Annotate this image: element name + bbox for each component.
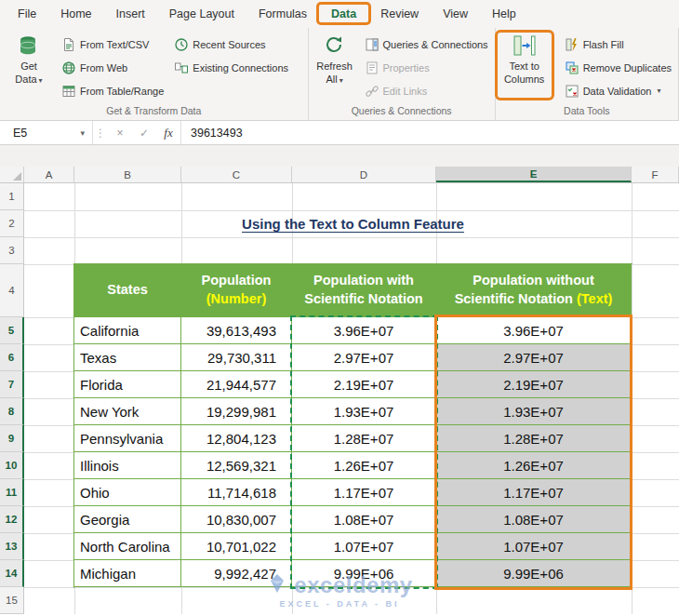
cell-B8[interactable]: New York: [74, 398, 181, 425]
cell-C7[interactable]: 21,944,577: [181, 371, 292, 398]
name-box-dropdown-icon[interactable]: ▾: [80, 128, 85, 138]
cell-E8[interactable]: 1.93E+07: [436, 398, 632, 425]
row-header-11[interactable]: 11: [0, 479, 24, 506]
cell-C13[interactable]: 10,701,022: [181, 533, 292, 560]
cell-E14[interactable]: 9.99E+06: [436, 560, 632, 587]
row-header-10[interactable]: 10: [0, 452, 24, 479]
header-line: Scientific Notation (Text): [455, 290, 613, 309]
cell-B14[interactable]: Michigan: [74, 560, 181, 587]
row-header-13[interactable]: 13: [0, 533, 24, 560]
row-header-7[interactable]: 7: [0, 371, 24, 398]
data-validation-button[interactable]: Data Validation ▾: [561, 79, 675, 102]
ribbon-tab-page-layout[interactable]: Page Layout: [157, 2, 246, 26]
flash-fill-icon: [565, 37, 579, 52]
table-header-population-scientific[interactable]: Population withScientific Notation: [292, 264, 436, 317]
insert-function-icon[interactable]: fx: [156, 121, 180, 144]
existing-connections-button[interactable]: Existing Connections: [170, 56, 292, 79]
row-header-6[interactable]: 6: [0, 344, 24, 371]
cell-C5[interactable]: 39,613,493: [181, 317, 292, 344]
remove-duplicates-button[interactable]: Remove Duplicates: [561, 56, 675, 79]
cell-E9[interactable]: 1.28E+07: [436, 425, 632, 452]
cell-E10[interactable]: 1.26E+07: [436, 452, 632, 479]
cell-B6[interactable]: Texas: [74, 344, 181, 371]
ribbon-tab-formulas[interactable]: Formulas: [246, 2, 319, 26]
cell-B9[interactable]: Pennsylvania: [74, 425, 181, 452]
table-header-states[interactable]: States: [74, 264, 181, 317]
enter-icon[interactable]: ✓: [132, 121, 156, 144]
column-header-e[interactable]: E: [436, 167, 632, 182]
cell-B5[interactable]: California: [74, 317, 181, 344]
row-header-15[interactable]: 15: [0, 587, 24, 614]
row-header-14[interactable]: 14: [0, 560, 24, 587]
table-header-population-number[interactable]: Population(Number): [181, 264, 292, 317]
queries-connections-label: Queries & Connections: [383, 39, 488, 50]
cell-D11[interactable]: 1.17E+07: [292, 479, 436, 506]
cell-E6[interactable]: 2.97E+07: [436, 344, 632, 371]
cancel-icon[interactable]: ×: [108, 121, 132, 144]
ribbon-tab-help[interactable]: Help: [480, 2, 528, 26]
row-header-8[interactable]: 8: [0, 398, 24, 425]
cell-C10[interactable]: 12,569,321: [181, 452, 292, 479]
get-data-button[interactable]: Get Data▾: [3, 30, 55, 104]
column-header-b[interactable]: B: [74, 167, 181, 182]
properties-button[interactable]: Properties: [361, 56, 492, 79]
table-header-population-without-scientific[interactable]: Population withoutScientific Notation (T…: [436, 264, 632, 317]
cell-C9[interactable]: 12,804,123: [181, 425, 292, 452]
refresh-all-button[interactable]: Refresh All▾: [312, 30, 358, 104]
cell-D5[interactable]: 3.96E+07: [292, 317, 436, 344]
cell-E12[interactable]: 1.08E+07: [436, 506, 632, 533]
row-header-1[interactable]: 1: [0, 183, 24, 210]
cell-C6[interactable]: 29,730,311: [181, 344, 292, 371]
header-line: Population with: [313, 272, 414, 290]
column-header-c[interactable]: C: [181, 167, 292, 182]
row-header-12[interactable]: 12: [0, 506, 24, 533]
name-box[interactable]: E5 ▾: [0, 121, 93, 144]
from-table-range-button[interactable]: From Table/Range: [58, 79, 167, 102]
cell-C8[interactable]: 19,299,981: [181, 398, 292, 425]
cell-D12[interactable]: 1.08E+07: [292, 506, 436, 533]
cell-B13[interactable]: North Carolina: [74, 533, 181, 560]
cell-D7[interactable]: 2.19E+07: [292, 371, 436, 398]
queries-connections-button[interactable]: Queries & Connections: [361, 33, 492, 56]
ribbon-tab-view[interactable]: View: [431, 2, 480, 26]
ribbon-tab-home[interactable]: Home: [48, 2, 103, 26]
flash-fill-button[interactable]: Flash Fill: [561, 33, 675, 56]
cell-B11[interactable]: Ohio: [74, 479, 181, 506]
ribbon-tab-insert[interactable]: Insert: [104, 2, 157, 26]
row-header-2[interactable]: 2: [0, 210, 24, 237]
column-header-d[interactable]: D: [292, 167, 436, 182]
cell-E13[interactable]: 1.07E+07: [436, 533, 632, 560]
formula-input[interactable]: 39613493: [180, 121, 679, 144]
cell-E5[interactable]: 3.96E+07: [436, 317, 632, 344]
select-all-corner[interactable]: [0, 167, 24, 182]
row-header-5[interactable]: 5: [0, 317, 24, 344]
cell-D14[interactable]: 9.99E+06: [292, 560, 436, 587]
row-header-4[interactable]: 4: [0, 264, 24, 317]
ribbon-tab-review[interactable]: Review: [368, 2, 431, 26]
ribbon-tab-file[interactable]: File: [6, 2, 48, 26]
ribbon-tab-data[interactable]: Data: [319, 2, 368, 26]
from-web-button[interactable]: From Web: [58, 56, 167, 79]
cell-C11[interactable]: 11,714,618: [181, 479, 292, 506]
cell-D10[interactable]: 1.26E+07: [292, 452, 436, 479]
dropdown-caret-icon: ▾: [657, 87, 660, 95]
cell-B7[interactable]: Florida: [74, 371, 181, 398]
cell-C12[interactable]: 10,830,007: [181, 506, 292, 533]
cell-B10[interactable]: Illinois: [74, 452, 181, 479]
cell-D6[interactable]: 2.97E+07: [292, 344, 436, 371]
cell-C14[interactable]: 9,992,427: [181, 560, 292, 587]
recent-sources-button[interactable]: Recent Sources: [170, 33, 292, 56]
row-header-3[interactable]: 3: [0, 237, 24, 264]
cell-E11[interactable]: 1.17E+07: [436, 479, 632, 506]
cell-E7[interactable]: 2.19E+07: [436, 371, 632, 398]
text-to-columns-button[interactable]: Text to Columns: [499, 30, 551, 104]
edit-links-button[interactable]: Edit Links: [361, 79, 492, 102]
column-header-f[interactable]: F: [632, 167, 679, 182]
cell-D13[interactable]: 1.07E+07: [292, 533, 436, 560]
column-header-a[interactable]: A: [24, 167, 74, 182]
from-text-csv-button[interactable]: From Text/CSV: [58, 33, 167, 56]
cell-D9[interactable]: 1.28E+07: [292, 425, 436, 452]
row-header-9[interactable]: 9: [0, 425, 24, 452]
cell-D8[interactable]: 1.93E+07: [292, 398, 436, 425]
cell-B12[interactable]: Georgia: [74, 506, 181, 533]
